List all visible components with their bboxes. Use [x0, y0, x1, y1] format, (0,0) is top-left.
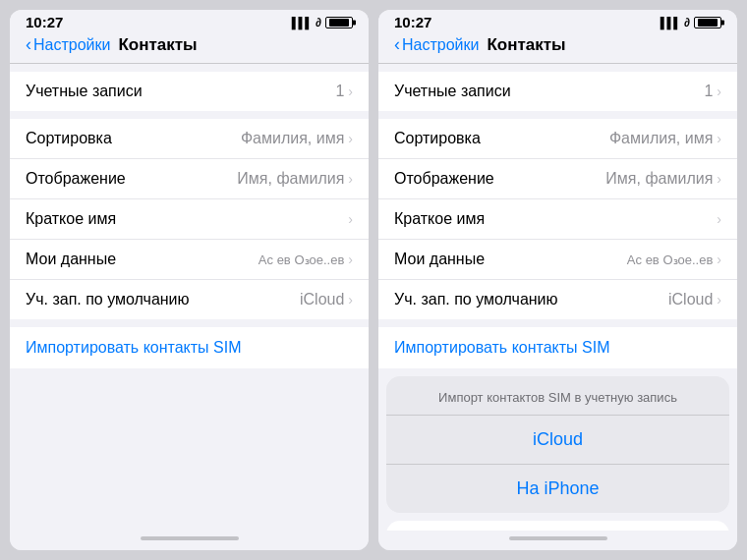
right-display-row[interactable]: Отображение Имя, фамилия › — [378, 159, 737, 199]
right-display-text: Имя, фамилия — [605, 170, 713, 188]
left-back-button[interactable]: ‹ Настройки — [26, 34, 110, 55]
right-import-sim[interactable]: Импортировать контакты SIM — [378, 327, 737, 368]
left-nav-bar: ‹ Настройки Контакты — [10, 32, 369, 64]
left-shortname-value: › — [348, 211, 353, 227]
right-shortname-label: Краткое имя — [394, 210, 485, 228]
left-accounts-row[interactable]: Учетные записи 1 › — [10, 72, 369, 111]
right-sort-row[interactable]: Сортировка Фамилия, имя › — [378, 119, 737, 159]
signal-icon: ▌▌▌ — [292, 17, 312, 28]
battery-icon — [325, 17, 353, 28]
left-accounts-group: Учетные записи 1 › — [10, 72, 369, 111]
right-default-chevron: › — [717, 292, 721, 308]
left-display-row[interactable]: Отображение Имя, фамилия › — [10, 159, 369, 199]
right-default-value: iCloud › — [668, 291, 721, 308]
left-display-chevron: › — [348, 171, 353, 187]
right-accounts-label: Учетные записи — [394, 83, 511, 100]
left-home-bar — [141, 536, 239, 540]
left-home-indicator — [10, 531, 369, 550]
right-display-label: Отображение — [394, 170, 494, 188]
right-sort-chevron: › — [717, 131, 721, 146]
right-back-label: Настройки — [402, 36, 479, 54]
left-sort-value: Фамилия, имя › — [241, 130, 353, 147]
right-shortname-chevron: › — [717, 211, 721, 227]
right-sort-label: Сортировка — [394, 130, 481, 147]
left-shortname-chevron: › — [348, 211, 353, 227]
right-default-label: Уч. зап. по умолчанию — [394, 291, 558, 308]
right-status-bar: 10:27 ▌▌▌ ∂ — [378, 10, 737, 32]
left-content: Учетные записи 1 › Сортировка Фамилия, и… — [10, 64, 369, 531]
right-content: Учетные записи 1 › Сортировка Фамилия, и… — [378, 64, 737, 531]
right-accounts-group: Учетные записи 1 › — [378, 72, 737, 111]
right-mydata-label: Мои данные — [394, 251, 485, 268]
right-sort-value: Фамилия, имя › — [609, 130, 721, 147]
right-back-button[interactable]: ‹ Настройки — [394, 34, 479, 55]
right-display-value: Имя, фамилия › — [605, 170, 721, 188]
left-import-group: Импортировать контакты SIM — [10, 327, 369, 368]
right-default-text: iCloud — [668, 291, 713, 308]
left-mydata-text: Ас ев О₃ое..ев — [259, 252, 344, 267]
left-mydata-value: Ас ев О₃ое..ев › — [259, 252, 353, 267]
right-wifi-icon: ∂ — [684, 16, 690, 29]
right-import-label: Импортировать контакты SIM — [394, 339, 610, 356]
right-settings-group: Сортировка Фамилия, имя › Отображение Им… — [378, 119, 737, 319]
left-back-chevron: ‹ — [26, 34, 31, 55]
action-sheet: Импорт контактов SIM в учетную запись iC… — [386, 376, 729, 513]
left-time: 10:27 — [26, 14, 63, 30]
right-nav-title: Контакты — [487, 35, 565, 55]
left-status-icons: ▌▌▌ ∂ — [292, 16, 353, 29]
left-accounts-chevron: › — [348, 84, 353, 99]
right-accounts-value: 1 › — [704, 83, 721, 100]
right-mydata-value: Ас ев О₃ое..ев › — [627, 252, 721, 267]
left-shortname-row[interactable]: Краткое имя › — [10, 199, 369, 240]
left-mydata-row[interactable]: Мои данные Ас ев О₃ое..ев › — [10, 240, 369, 280]
right-shortname-row[interactable]: Краткое имя › — [378, 199, 737, 240]
left-nav-title: Контакты — [118, 35, 197, 55]
action-sheet-icloud-button[interactable]: iCloud — [386, 416, 729, 465]
right-mydata-chevron: › — [717, 252, 721, 267]
left-default-label: Уч. зап. по умолчанию — [26, 291, 190, 308]
action-sheet-title: Импорт контактов SIM в учетную запись — [386, 376, 729, 416]
left-display-value: Имя, фамилия › — [237, 170, 353, 188]
action-sheet-iphone-button[interactable]: На iPhone — [386, 465, 729, 513]
left-sort-chevron: › — [348, 131, 353, 146]
right-import-group: Импортировать контакты SIM — [378, 327, 737, 368]
right-home-bar — [509, 536, 607, 540]
right-back-chevron: ‹ — [394, 34, 400, 55]
left-mydata-chevron: › — [348, 252, 353, 267]
right-display-chevron: › — [717, 171, 721, 187]
right-shortname-value: › — [717, 211, 721, 227]
left-default-chevron: › — [348, 292, 353, 308]
left-import-sim[interactable]: Импортировать контакты SIM — [10, 327, 369, 368]
left-sort-row[interactable]: Сортировка Фамилия, имя › — [10, 119, 369, 159]
left-settings-group: Сортировка Фамилия, имя › Отображение Им… — [10, 119, 369, 319]
right-status-icons: ▌▌▌ ∂ — [661, 16, 721, 29]
right-phone: 10:27 ▌▌▌ ∂ ‹ Настройки Контакты Учетные… — [378, 10, 737, 550]
left-display-text: Имя, фамилия — [237, 170, 344, 188]
left-accounts-label: Учетные записи — [26, 83, 143, 100]
left-import-label: Импортировать контакты SIM — [26, 339, 242, 356]
right-sort-text: Фамилия, имя — [609, 130, 713, 147]
left-default-text: iCloud — [300, 291, 344, 308]
left-shortname-label: Краткое имя — [26, 210, 116, 228]
right-time: 10:27 — [394, 14, 431, 30]
left-mydata-label: Мои данные — [26, 251, 116, 268]
left-display-label: Отображение — [26, 170, 126, 188]
right-accounts-chevron: › — [717, 84, 721, 99]
right-mydata-text: Ас ев О₃ое..ев — [627, 252, 713, 267]
right-mydata-row[interactable]: Мои данные Ас ев О₃ое..ев › — [378, 240, 737, 280]
left-default-value: iCloud › — [300, 291, 353, 308]
right-nav-bar: ‹ Настройки Контакты — [378, 32, 737, 64]
left-status-bar: 10:27 ▌▌▌ ∂ — [10, 10, 369, 32]
right-default-row[interactable]: Уч. зап. по умолчанию iCloud › — [378, 280, 737, 319]
left-back-label: Настройки — [33, 36, 110, 54]
right-accounts-count: 1 — [704, 83, 713, 100]
left-accounts-count: 1 — [335, 83, 344, 100]
left-default-row[interactable]: Уч. зап. по умолчанию iCloud › — [10, 280, 369, 319]
left-phone: 10:27 ▌▌▌ ∂ ‹ Настройки Контакты Учетные… — [10, 10, 369, 550]
action-sheet-cancel-group: Отменить — [386, 521, 729, 531]
right-accounts-row[interactable]: Учетные записи 1 › — [378, 72, 737, 111]
right-signal-icon: ▌▌▌ — [661, 17, 680, 28]
left-accounts-value: 1 › — [335, 83, 353, 100]
action-sheet-cancel-button[interactable]: Отменить — [386, 521, 729, 531]
action-sheet-overlay: Импорт контактов SIM в учетную запись iC… — [386, 376, 729, 531]
